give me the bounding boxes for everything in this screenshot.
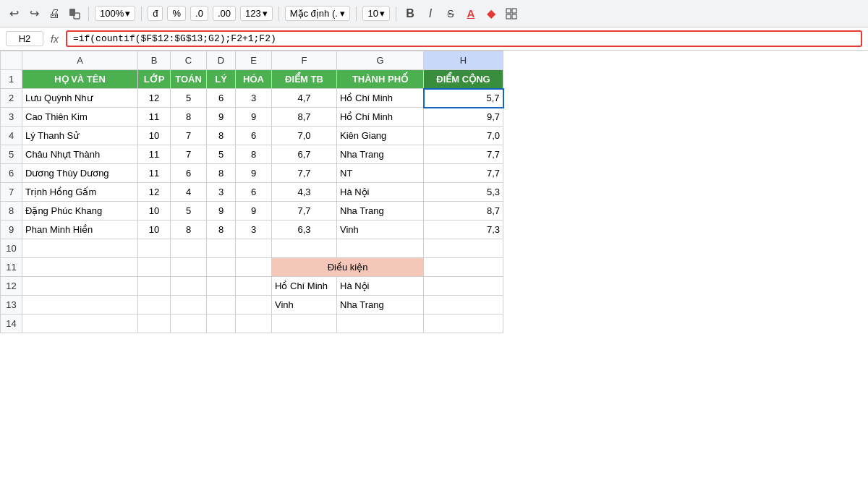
cell-h10[interactable] bbox=[424, 239, 503, 258]
cell-d7[interactable]: 3 bbox=[207, 183, 236, 202]
cell-a7[interactable]: Trịnh Hồng Gấm bbox=[22, 183, 138, 202]
cell-c4[interactable]: 7 bbox=[171, 127, 207, 145]
format-percent-btn[interactable]: % bbox=[167, 6, 186, 21]
cell-b1[interactable]: LỚP bbox=[138, 70, 171, 89]
cell-g2[interactable]: Hồ Chí Minh bbox=[337, 89, 424, 108]
cell-f6[interactable]: 7,7 bbox=[272, 164, 337, 183]
cell-c13[interactable] bbox=[171, 296, 207, 314]
cell-a8[interactable]: Đặng Phúc Khang bbox=[22, 202, 138, 221]
cell-c2[interactable]: 5 bbox=[171, 89, 207, 108]
row-header-11[interactable]: 11 bbox=[1, 258, 22, 277]
paint-format-icon[interactable] bbox=[67, 6, 82, 22]
redo-icon[interactable]: ↪ bbox=[26, 6, 42, 22]
cell-b3[interactable]: 11 bbox=[138, 108, 171, 127]
cell-h13[interactable] bbox=[424, 296, 503, 314]
cell-b13[interactable] bbox=[138, 296, 171, 314]
row-header-4[interactable]: 4 bbox=[1, 127, 22, 145]
cell-g5[interactable]: Nha Trang bbox=[337, 145, 424, 164]
row-header-2[interactable]: 2 bbox=[1, 89, 22, 108]
cell-a14[interactable] bbox=[22, 314, 138, 333]
cell-c10[interactable] bbox=[171, 239, 207, 258]
col-header-f[interactable]: F bbox=[272, 51, 337, 70]
cell-e1[interactable]: HÓA bbox=[236, 70, 272, 89]
condition-g13[interactable]: Nha Trang bbox=[337, 296, 424, 314]
cell-d8[interactable]: 9 bbox=[207, 202, 236, 221]
cell-e3[interactable]: 9 bbox=[236, 108, 272, 127]
cell-c12[interactable] bbox=[171, 277, 207, 296]
cell-a5[interactable]: Châu Nhựt Thành bbox=[22, 145, 138, 164]
cell-c3[interactable]: 8 bbox=[171, 108, 207, 127]
font-size-selector[interactable]: 10 ▾ bbox=[362, 6, 389, 21]
row-header-1[interactable]: 1 bbox=[1, 70, 22, 89]
row-header-8[interactable]: 8 bbox=[1, 202, 22, 221]
cell-f2[interactable]: 4,7 bbox=[272, 89, 337, 108]
cell-h2[interactable]: 5,7 bbox=[424, 89, 503, 108]
row-header-6[interactable]: 6 bbox=[1, 164, 22, 183]
font-family-selector[interactable]: Mặc định (. ▾ bbox=[285, 6, 351, 21]
cell-g7[interactable]: Hà Nội bbox=[337, 183, 424, 202]
undo-icon[interactable]: ↩ bbox=[6, 6, 22, 22]
cell-b12[interactable] bbox=[138, 277, 171, 296]
format-dec00-btn[interactable]: .00 bbox=[213, 6, 236, 21]
cell-a2[interactable]: Lưu Quỳnh Như bbox=[22, 89, 138, 108]
row-header-14[interactable]: 14 bbox=[1, 314, 22, 333]
cell-b5[interactable]: 11 bbox=[138, 145, 171, 164]
cell-h9[interactable]: 7,3 bbox=[424, 221, 503, 239]
cell-d10[interactable] bbox=[207, 239, 236, 258]
cell-e13[interactable] bbox=[236, 296, 272, 314]
col-header-a[interactable]: A bbox=[22, 51, 138, 70]
cell-h3[interactable]: 9,7 bbox=[424, 108, 503, 127]
cell-f7[interactable]: 4,3 bbox=[272, 183, 337, 202]
row-header-12[interactable]: 12 bbox=[1, 277, 22, 296]
cell-h1[interactable]: ĐIỂM CỘNG bbox=[424, 70, 503, 89]
cell-a10[interactable] bbox=[22, 239, 138, 258]
row-header-9[interactable]: 9 bbox=[1, 221, 22, 239]
cell-f1[interactable]: ĐIỂM TB bbox=[272, 70, 337, 89]
italic-button[interactable]: I bbox=[422, 6, 438, 22]
cell-e7[interactable]: 6 bbox=[236, 183, 272, 202]
borders-icon[interactable] bbox=[503, 6, 519, 22]
condition-header[interactable]: Điều kiện bbox=[272, 258, 424, 277]
cell-b9[interactable]: 10 bbox=[138, 221, 171, 239]
format-dec0-btn[interactable]: .0 bbox=[190, 6, 208, 21]
cell-c1[interactable]: TOÁN bbox=[171, 70, 207, 89]
cell-g4[interactable]: Kiên Giang bbox=[337, 127, 424, 145]
cell-e4[interactable]: 6 bbox=[236, 127, 272, 145]
cell-d12[interactable] bbox=[207, 277, 236, 296]
cell-g10[interactable] bbox=[337, 239, 424, 258]
cell-e11[interactable] bbox=[236, 258, 272, 277]
format-currency-btn[interactable]: đ bbox=[148, 6, 163, 21]
cell-h12[interactable] bbox=[424, 277, 503, 296]
cell-b14[interactable] bbox=[138, 314, 171, 333]
cell-a9[interactable]: Phan Minh Hiền bbox=[22, 221, 138, 239]
strikethrough-button[interactable]: S bbox=[443, 6, 459, 22]
cell-h8[interactable]: 8,7 bbox=[424, 202, 503, 221]
cell-a3[interactable]: Cao Thiên Kim bbox=[22, 108, 138, 127]
cell-e10[interactable] bbox=[236, 239, 272, 258]
cell-a4[interactable]: Lý Thanh Sử bbox=[22, 127, 138, 145]
cell-d1[interactable]: LÝ bbox=[207, 70, 236, 89]
cell-c14[interactable] bbox=[171, 314, 207, 333]
cell-c6[interactable]: 6 bbox=[171, 164, 207, 183]
cell-b6[interactable]: 11 bbox=[138, 164, 171, 183]
cell-b8[interactable]: 10 bbox=[138, 202, 171, 221]
cell-b2[interactable]: 12 bbox=[138, 89, 171, 108]
cell-h11[interactable] bbox=[424, 258, 503, 277]
underline-button[interactable]: A bbox=[463, 6, 479, 22]
cell-f10[interactable] bbox=[272, 239, 337, 258]
zoom-selector[interactable]: 100% ▾ bbox=[95, 6, 135, 21]
cell-c9[interactable]: 8 bbox=[171, 221, 207, 239]
cell-e5[interactable]: 8 bbox=[236, 145, 272, 164]
row-header-13[interactable]: 13 bbox=[1, 296, 22, 314]
fill-color-icon[interactable]: ◆ bbox=[483, 6, 499, 22]
col-header-d[interactable]: D bbox=[207, 51, 236, 70]
cell-d2[interactable]: 6 bbox=[207, 89, 236, 108]
cell-d11[interactable] bbox=[207, 258, 236, 277]
condition-g12[interactable]: Hà Nội bbox=[337, 277, 424, 296]
cell-e6[interactable]: 9 bbox=[236, 164, 272, 183]
cell-g6[interactable]: NT bbox=[337, 164, 424, 183]
col-header-c[interactable]: C bbox=[171, 51, 207, 70]
cell-d6[interactable]: 8 bbox=[207, 164, 236, 183]
cell-f5[interactable]: 6,7 bbox=[272, 145, 337, 164]
cell-b4[interactable]: 10 bbox=[138, 127, 171, 145]
